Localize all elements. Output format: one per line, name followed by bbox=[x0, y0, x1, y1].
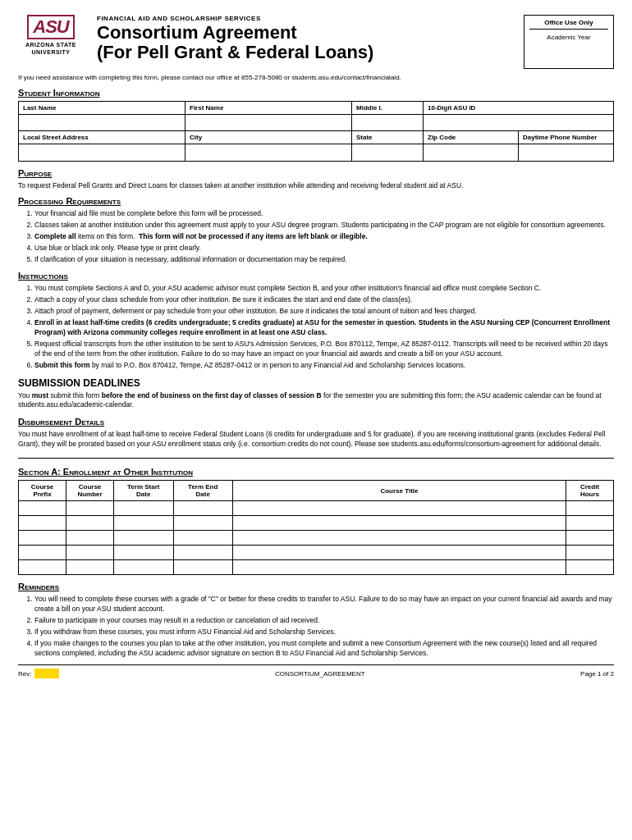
title-area: Financial Aid and Scholarship Services C… bbox=[97, 15, 515, 62]
cell-title-4[interactable] bbox=[233, 546, 566, 560]
col-hours: CreditHours bbox=[566, 481, 614, 501]
cell-hours-4[interactable] bbox=[566, 546, 614, 560]
footer-center: CONSORTIUM_AGREEMENT bbox=[275, 670, 365, 678]
state-value[interactable] bbox=[352, 144, 424, 162]
zip-value[interactable] bbox=[424, 144, 519, 161]
cell-title-5[interactable] bbox=[233, 560, 566, 575]
cell-hours-1[interactable] bbox=[566, 501, 614, 516]
cell-end-3[interactable] bbox=[173, 531, 233, 546]
student-info-table: Last Name First Name Middle I. 10-Digit … bbox=[18, 101, 614, 162]
col-start: Term StartDate bbox=[114, 481, 174, 501]
city-value[interactable] bbox=[185, 144, 352, 162]
inst-item-6: Submit this form by mail to P.O. Box 870… bbox=[34, 361, 614, 371]
reminder-1: You will need to complete these courses … bbox=[34, 595, 614, 614]
processing-list: Your financial aid file must be complete… bbox=[34, 209, 614, 264]
cell-start-1[interactable] bbox=[114, 501, 174, 516]
cell-title-1[interactable] bbox=[233, 501, 566, 516]
cell-title-3[interactable] bbox=[233, 531, 566, 546]
logo-area: ASU ARIZONA STATE UNIVERSITY bbox=[18, 15, 84, 56]
inst-item-5: Request official transcripts from the ot… bbox=[34, 340, 614, 359]
inst-item-1: You must complete Sections A and D, your… bbox=[34, 284, 614, 294]
col-title: Course Title bbox=[233, 481, 566, 501]
rev-highlight-box bbox=[34, 669, 59, 678]
cell-prefix-4[interactable] bbox=[19, 546, 66, 560]
submission-text: You must submit this form before the end… bbox=[18, 391, 614, 411]
cell-number-4[interactable] bbox=[66, 546, 114, 560]
address-label: Local Street Address bbox=[19, 131, 185, 144]
table-header-row-1: Last Name First Name Middle I. 10-Digit … bbox=[19, 102, 614, 115]
reminders-heading: Reminders bbox=[18, 582, 614, 591]
last-name-label: Last Name bbox=[19, 102, 185, 115]
cell-start-2[interactable] bbox=[114, 516, 174, 531]
proc-item-3: Complete all items on this form. This fo… bbox=[34, 232, 614, 242]
enrollment-table: CoursePrefix CourseNumber Term StartDate… bbox=[18, 480, 614, 575]
city-label: City bbox=[185, 131, 352, 144]
footer-rev: Rev: bbox=[18, 669, 59, 678]
office-use-label: Office Use Only bbox=[529, 19, 608, 30]
cell-start-4[interactable] bbox=[114, 546, 174, 560]
reminder-3: If you withdraw from these courses, you … bbox=[34, 628, 614, 637]
zip-phone-labels: Zip Code Daytime Phone Number bbox=[424, 131, 614, 144]
reminder-2: Failure to participate in your courses m… bbox=[34, 616, 614, 626]
main-title: Consortium Agreement (For Pell Grant & F… bbox=[97, 23, 515, 62]
last-name-value[interactable] bbox=[19, 115, 185, 131]
cell-hours-5[interactable] bbox=[566, 560, 614, 575]
cell-prefix-2[interactable] bbox=[19, 516, 66, 531]
cell-number-2[interactable] bbox=[66, 516, 114, 531]
zip-label: Zip Code bbox=[424, 131, 519, 144]
student-info-heading: Student Information bbox=[18, 88, 614, 98]
first-name-value[interactable] bbox=[185, 115, 352, 131]
reminder-4: If you make changes to the courses you p… bbox=[34, 639, 614, 659]
col-number: CourseNumber bbox=[66, 481, 114, 501]
col-end: Term EndDate bbox=[173, 481, 233, 501]
cell-prefix-3[interactable] bbox=[19, 531, 66, 546]
enrollment-row-1 bbox=[19, 501, 614, 516]
enrollment-row-2 bbox=[19, 516, 614, 531]
page-footer: Rev: CONSORTIUM_AGREEMENT Page 1 of 2 bbox=[18, 664, 614, 678]
enrollment-row-3 bbox=[19, 531, 614, 546]
instructions-heading: Instructions bbox=[18, 271, 614, 281]
inst-item-3: Attach proof of payment, deferment or pa… bbox=[34, 307, 614, 317]
asu-id-value[interactable] bbox=[424, 115, 614, 131]
cell-prefix-1[interactable] bbox=[19, 501, 66, 516]
proc-item-2: Classes taken at another institution und… bbox=[34, 221, 614, 231]
inst-item-4: Enroll in at least half-time credits (6 … bbox=[34, 318, 614, 338]
cell-number-3[interactable] bbox=[66, 531, 114, 546]
inst-item-2: Attach a copy of your class schedule fro… bbox=[34, 295, 614, 305]
col-prefix: CoursePrefix bbox=[19, 481, 66, 501]
footer-page: Page 1 of 2 bbox=[580, 670, 614, 678]
academic-year-label: Academic Year bbox=[529, 32, 608, 50]
enrollment-row-5 bbox=[19, 560, 614, 575]
cell-title-2[interactable] bbox=[233, 516, 566, 531]
disbursement-text: You must have enrollment of at least hal… bbox=[18, 430, 614, 450]
enrollment-row-4 bbox=[19, 546, 614, 560]
first-name-label: First Name bbox=[185, 102, 352, 115]
cell-end-4[interactable] bbox=[173, 546, 233, 560]
address-value[interactable] bbox=[19, 144, 185, 162]
phone-label: Daytime Phone Number bbox=[519, 131, 614, 144]
cell-end-5[interactable] bbox=[173, 560, 233, 575]
rev-label: Rev: bbox=[18, 670, 31, 678]
cell-number-5[interactable] bbox=[66, 560, 114, 575]
table-value-row-1 bbox=[19, 115, 614, 131]
submission-heading: Submission Deadlines bbox=[18, 377, 614, 389]
asu-logo: ASU bbox=[27, 15, 74, 39]
middle-i-value[interactable] bbox=[352, 115, 424, 131]
services-label: Financial Aid and Scholarship Services bbox=[97, 15, 515, 22]
cell-number-1[interactable] bbox=[66, 501, 114, 516]
enrollment-header-row: CoursePrefix CourseNumber Term StartDate… bbox=[19, 481, 614, 501]
cell-start-5[interactable] bbox=[114, 560, 174, 575]
proc-item-5: If clarification of your situation is ne… bbox=[34, 255, 614, 265]
cell-hours-3[interactable] bbox=[566, 531, 614, 546]
office-use-box: Office Use Only Academic Year bbox=[524, 15, 614, 69]
instructions-list: You must complete Sections A and D, your… bbox=[34, 284, 614, 370]
purpose-text: To request Federal Pell Grants and Direc… bbox=[18, 181, 614, 189]
phone-value[interactable] bbox=[519, 144, 614, 161]
cell-prefix-5[interactable] bbox=[19, 560, 66, 575]
asu-id-label: 10-Digit ASU ID bbox=[424, 102, 614, 115]
cell-end-2[interactable] bbox=[173, 516, 233, 531]
purpose-heading: Purpose bbox=[18, 168, 614, 178]
cell-end-1[interactable] bbox=[173, 501, 233, 516]
cell-start-3[interactable] bbox=[114, 531, 174, 546]
cell-hours-2[interactable] bbox=[566, 516, 614, 531]
